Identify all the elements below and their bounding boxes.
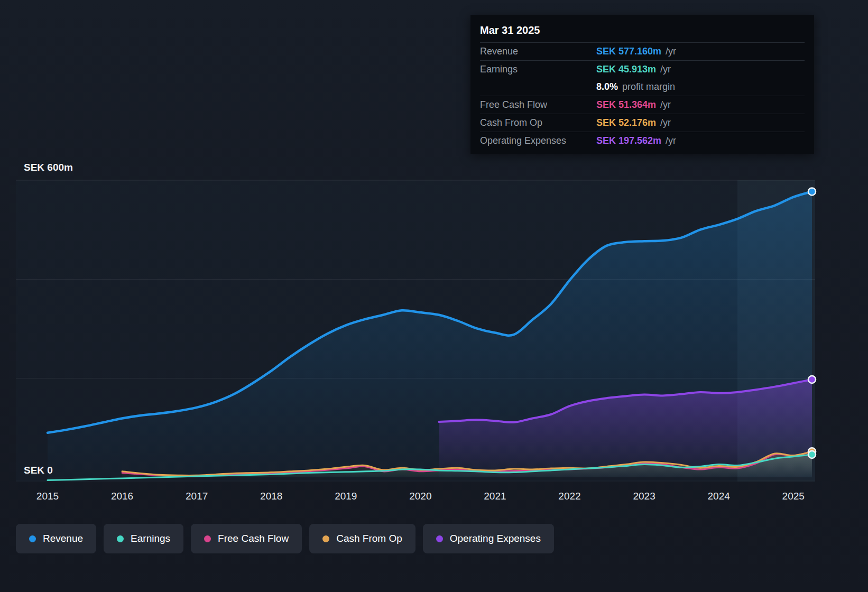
x-axis-label: 2018 [260, 491, 282, 502]
tooltip-row-value: 8.0% [596, 81, 618, 92]
free-cash-flow-dot-icon [204, 535, 211, 542]
tooltip-row-suffix: /yr [660, 117, 671, 128]
chart-tooltip: Mar 31 2025 Revenue SEK 577.160m /yr Ear… [470, 15, 814, 154]
chart-page: SEK 600m SEK 0 2015201620172018201920202… [0, 0, 868, 592]
revenue-dot-icon [29, 535, 36, 542]
chart-legend: Revenue Earnings Free Cash Flow Cash Fro… [16, 524, 554, 553]
tooltip-row-value: SEK 52.176m [596, 117, 656, 128]
tooltip-row-revenue: Revenue SEK 577.160m /yr [480, 42, 805, 60]
tooltip-row-suffix: /yr [666, 46, 676, 57]
tooltip-row-suffix: profit margin [622, 81, 675, 92]
tooltip-row-operating-expenses: Operating Expenses SEK 197.562m /yr [480, 132, 805, 150]
legend-label: Cash From Op [336, 533, 402, 544]
earnings-dot-icon [117, 535, 124, 542]
tooltip-row-label: Cash From Op [480, 117, 596, 128]
x-axis: 2015201620172018201920202021202220232024… [0, 491, 868, 506]
endpoint-marker-operating-expenses [808, 376, 816, 383]
tooltip-row-label: Earnings [480, 64, 596, 75]
legend-item-free-cash-flow[interactable]: Free Cash Flow [191, 524, 302, 553]
tooltip-row-free-cash-flow: Free Cash Flow SEK 51.364m /yr [480, 96, 805, 114]
tooltip-row-earnings: Earnings SEK 45.913m /yr [480, 60, 805, 78]
legend-item-earnings[interactable]: Earnings [104, 524, 183, 553]
tooltip-row-suffix: /yr [660, 99, 671, 110]
operating-expenses-dot-icon [436, 535, 443, 542]
x-axis-label: 2025 [782, 491, 805, 502]
x-axis-label: 2019 [335, 491, 357, 502]
tooltip-row-suffix: /yr [666, 135, 676, 146]
endpoint-marker-revenue [808, 188, 816, 195]
legend-item-cash-from-op[interactable]: Cash From Op [309, 524, 415, 553]
tooltip-row-profit-margin: 8.0% profit margin [480, 78, 805, 96]
x-axis-label: 2017 [186, 491, 208, 502]
endpoint-marker-earnings [808, 451, 816, 458]
legend-item-revenue[interactable]: Revenue [16, 524, 96, 553]
tooltip-row-label: Free Cash Flow [480, 99, 596, 110]
x-axis-label: 2016 [111, 491, 133, 502]
tooltip-row-label: Operating Expenses [480, 135, 596, 146]
legend-label: Operating Expenses [450, 533, 541, 544]
legend-label: Free Cash Flow [218, 533, 289, 544]
x-axis-label: 2022 [558, 491, 580, 502]
cash-from-op-dot-icon [322, 535, 329, 542]
tooltip-row-label: Revenue [480, 46, 596, 57]
tooltip-row-value: SEK 45.913m [596, 64, 656, 75]
y-axis-zero-label: SEK 0 [24, 465, 53, 476]
legend-item-operating-expenses[interactable]: Operating Expenses [423, 524, 554, 553]
x-axis-label: 2023 [633, 491, 655, 502]
x-axis-label: 2015 [36, 491, 59, 502]
tooltip-date: Mar 31 2025 [480, 20, 805, 42]
tooltip-row-value: SEK 197.562m [596, 135, 661, 146]
legend-label: Earnings [131, 533, 170, 544]
tooltip-row-value: SEK 577.160m [596, 46, 661, 57]
x-axis-label: 2020 [409, 491, 431, 502]
x-axis-label: 2024 [708, 491, 730, 502]
tooltip-row-value: SEK 51.364m [596, 99, 656, 110]
y-axis-top-label: SEK 600m [24, 162, 73, 173]
tooltip-row-cash-from-op: Cash From Op SEK 52.176m /yr [480, 114, 805, 132]
tooltip-row-suffix: /yr [660, 64, 671, 75]
legend-label: Revenue [43, 533, 83, 544]
x-axis-label: 2021 [484, 491, 506, 502]
